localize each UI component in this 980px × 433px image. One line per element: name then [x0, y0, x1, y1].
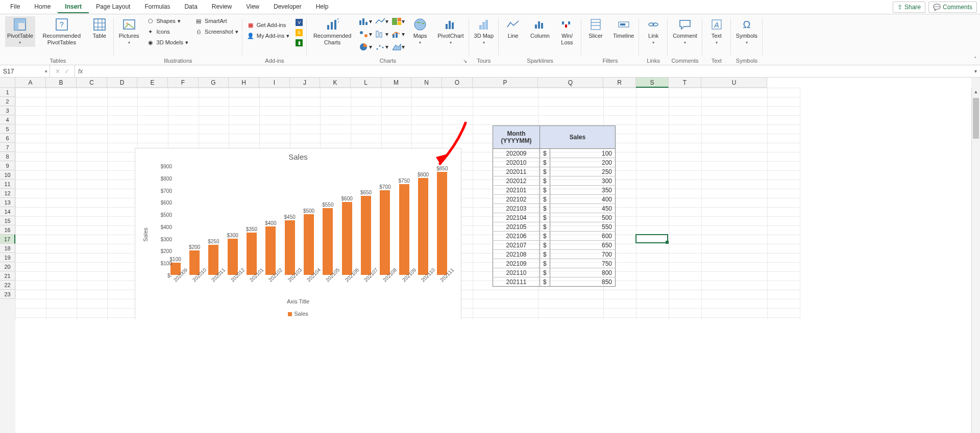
- comment-button[interactable]: Comment▾: [671, 16, 699, 47]
- smartart-button[interactable]: ▤SmartArt: [193, 16, 239, 26]
- line-chart-button[interactable]: ▾: [375, 16, 388, 27]
- column-header-D[interactable]: D: [107, 78, 137, 88]
- menu-tab-view[interactable]: View: [239, 1, 266, 13]
- column-header-F[interactable]: F: [168, 78, 199, 88]
- column-header-J[interactable]: J: [290, 78, 320, 88]
- pictures-button[interactable]: Pictures ▾: [117, 16, 141, 47]
- row-header-8[interactable]: 8: [0, 152, 15, 161]
- my-addins-button[interactable]: 👤My Add-ins▾: [246, 31, 290, 40]
- scroll-up-button[interactable]: ▲: [972, 88, 980, 96]
- treemap-chart-button[interactable]: ▾: [391, 16, 405, 27]
- row-header-10[interactable]: 10: [0, 170, 15, 180]
- column-header-O[interactable]: O: [442, 78, 473, 88]
- row-header-7[interactable]: 7: [0, 143, 15, 152]
- screenshot-button[interactable]: ⎙Screenshot▾: [193, 27, 239, 36]
- column-header-H[interactable]: H: [229, 78, 259, 88]
- column-header-N[interactable]: N: [411, 78, 442, 88]
- menu-tab-insert[interactable]: Insert: [58, 1, 89, 13]
- enter-formula-icon[interactable]: ✓: [64, 68, 69, 75]
- column-header-U[interactable]: U: [701, 78, 767, 88]
- 3d-models-button[interactable]: ◉3D Models▾: [145, 38, 190, 47]
- table-row[interactable]: 202106$600: [493, 232, 616, 241]
- table-row[interactable]: 202107$650: [493, 241, 616, 250]
- row-header-21[interactable]: 21: [0, 271, 15, 281]
- addin-visio-button[interactable]: V: [295, 18, 304, 27]
- column-header-B[interactable]: B: [46, 78, 77, 88]
- column-header-M[interactable]: M: [381, 78, 411, 88]
- sparkline-line-button[interactable]: Line: [502, 16, 524, 40]
- scatter-chart-button[interactable]: ▾: [375, 42, 388, 52]
- addin-people-button[interactable]: ▮: [295, 39, 304, 47]
- column-header-L[interactable]: L: [351, 78, 381, 88]
- get-addins-button[interactable]: ▦Get Add-ins: [246, 20, 290, 30]
- grid-area[interactable]: SalesSales$-$100$200$300$400$500$600$700…: [15, 88, 971, 319]
- table-row[interactable]: 202105$550: [493, 222, 616, 232]
- row-header-15[interactable]: 15: [0, 216, 15, 225]
- table-row[interactable]: 202103$450: [493, 204, 616, 213]
- row-header-3[interactable]: 3: [0, 106, 15, 115]
- menu-tab-developer[interactable]: Developer: [266, 1, 309, 13]
- table-row[interactable]: 202010$200: [493, 158, 616, 167]
- menu-tab-data[interactable]: Data: [177, 1, 204, 13]
- vertical-scrollbar[interactable]: ▲ ▼: [971, 88, 980, 433]
- row-header-11[interactable]: 11: [0, 180, 15, 189]
- row-header-13[interactable]: 13: [0, 198, 15, 207]
- cancel-formula-icon[interactable]: ✕: [55, 68, 60, 75]
- pivotchart-button[interactable]: PivotChart▾: [435, 16, 465, 47]
- row-header-17[interactable]: 17: [0, 235, 15, 244]
- table-row[interactable]: 202009$100: [493, 149, 616, 158]
- charts-dialog-launcher[interactable]: ↘: [463, 58, 467, 64]
- column-header-K[interactable]: K: [320, 78, 351, 88]
- table-row[interactable]: 202108$700: [493, 250, 616, 259]
- row-header-6[interactable]: 6: [0, 134, 15, 143]
- icons-button[interactable]: ✦Icons: [145, 27, 190, 36]
- column-chart-button[interactable]: ▾: [359, 16, 372, 27]
- pie-chart-button[interactable]: ▾: [359, 42, 372, 52]
- row-header-19[interactable]: 19: [0, 253, 15, 262]
- row-header-22[interactable]: 22: [0, 281, 15, 290]
- menu-tab-help[interactable]: Help: [309, 1, 336, 13]
- column-header-C[interactable]: C: [77, 78, 107, 88]
- column-header-A[interactable]: A: [15, 78, 46, 88]
- column-header-G[interactable]: G: [199, 78, 229, 88]
- table-row[interactable]: 202012$300: [493, 176, 616, 186]
- shapes-button[interactable]: ⬠Shapes▾: [145, 16, 190, 26]
- fx-icon[interactable]: fx: [75, 68, 86, 75]
- text-button[interactable]: AText▾: [705, 16, 728, 47]
- symbols-button[interactable]: ΩSymbols▾: [734, 16, 760, 47]
- collapse-ribbon-button[interactable]: ˄: [974, 56, 977, 63]
- column-header-T[interactable]: T: [669, 78, 701, 88]
- recommended-pivottables-button[interactable]: ? Recommended PivotTables: [39, 16, 84, 47]
- menu-tab-formulas[interactable]: Formulas: [137, 1, 177, 13]
- table-button[interactable]: Table: [88, 16, 111, 40]
- row-header-12[interactable]: 12: [0, 189, 15, 198]
- menu-tab-home[interactable]: Home: [27, 1, 58, 13]
- column-header-I[interactable]: I: [259, 78, 290, 88]
- hierarchy-chart-button[interactable]: ▾: [359, 29, 372, 39]
- row-header-9[interactable]: 9: [0, 161, 15, 170]
- column-header-E[interactable]: E: [137, 78, 168, 88]
- row-header-23[interactable]: 23: [0, 290, 15, 299]
- table-row[interactable]: 202101$350: [493, 186, 616, 195]
- column-header-R[interactable]: R: [603, 78, 636, 88]
- addin-bing-button[interactable]: b: [295, 29, 304, 37]
- share-button[interactable]: ⇪ Share: [893, 2, 925, 13]
- combo-chart-button[interactable]: ▾: [391, 29, 405, 39]
- maps-button[interactable]: Maps▾: [409, 16, 431, 47]
- row-header-20[interactable]: 20: [0, 262, 15, 271]
- row-header-16[interactable]: 16: [0, 225, 15, 235]
- table-row[interactable]: 202111$850: [493, 277, 616, 287]
- data-table[interactable]: Month (YYYYMM)Sales202009$100202010$2002…: [493, 125, 616, 287]
- embedded-chart[interactable]: SalesSales$-$100$200$300$400$500$600$700…: [135, 148, 461, 319]
- column-header-S[interactable]: S: [636, 78, 669, 88]
- formula-input[interactable]: [86, 65, 971, 77]
- table-row[interactable]: 202104$500: [493, 213, 616, 222]
- table-row[interactable]: 202110$800: [493, 268, 616, 277]
- surface-chart-button[interactable]: ▾: [391, 42, 405, 52]
- name-box[interactable]: S17 ▾: [0, 65, 50, 77]
- timeline-button[interactable]: Timeline: [611, 16, 636, 40]
- row-header-5[interactable]: 5: [0, 124, 15, 134]
- link-button[interactable]: Link▾: [642, 16, 665, 47]
- table-row[interactable]: 202109$750: [493, 259, 616, 268]
- comments-button[interactable]: 💬 Comments: [928, 2, 977, 13]
